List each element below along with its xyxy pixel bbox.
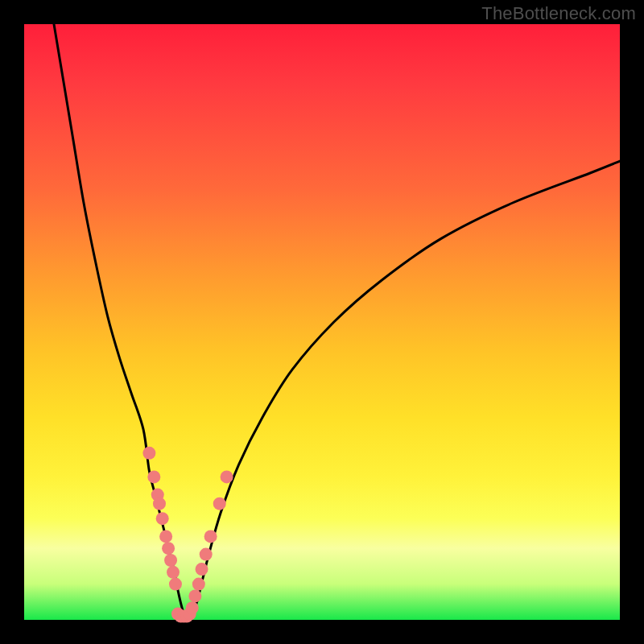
dot — [142, 447, 155, 460]
dot — [196, 563, 208, 576]
plot-area — [24, 24, 620, 620]
dot — [186, 601, 199, 614]
dot — [147, 470, 160, 483]
dot — [156, 512, 169, 525]
watermark-text: TheBottleneck.com — [481, 3, 636, 24]
chart-svg — [24, 24, 620, 620]
scatter-layer — [142, 447, 233, 623]
dot — [192, 578, 205, 591]
dot — [200, 548, 213, 561]
dot — [162, 542, 175, 555]
curves-layer — [54, 24, 620, 618]
dot — [167, 566, 180, 579]
series-curve-right — [191, 161, 620, 617]
dot — [159, 530, 172, 543]
dot — [153, 497, 166, 510]
dot — [221, 470, 233, 483]
series-curve-left — [54, 24, 185, 617]
dot — [213, 497, 226, 510]
dot — [188, 589, 201, 602]
dot — [169, 578, 182, 591]
dot — [164, 554, 177, 567]
dot — [204, 530, 217, 543]
chart-frame: TheBottleneck.com — [0, 0, 644, 644]
